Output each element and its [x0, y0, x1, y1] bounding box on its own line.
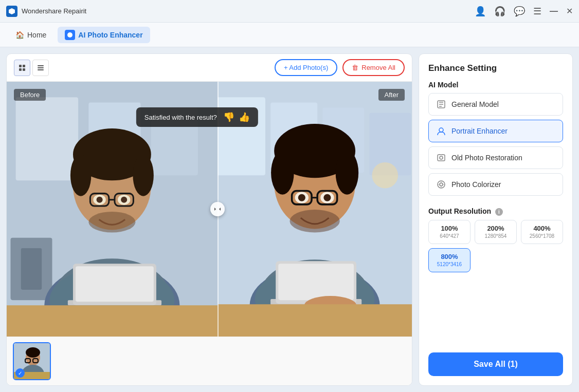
- grid-view-button[interactable]: [14, 60, 30, 76]
- model-colorizer[interactable]: Photo Colorizer: [428, 173, 563, 196]
- model-portrait-icon: [436, 126, 446, 136]
- resolution-400[interactable]: 400% 2560*1708: [521, 220, 563, 244]
- model-oldphoto[interactable]: Old Photo Restoration: [428, 146, 563, 169]
- svg-point-18: [70, 155, 91, 196]
- thumbnail-check: ✓: [15, 368, 25, 378]
- main-content: + Add Photo(s) 🗑 Remove All: [0, 47, 579, 392]
- chat-icon[interactable]: 💬: [514, 6, 525, 17]
- minimize-button[interactable]: —: [550, 7, 558, 16]
- svg-point-69: [440, 156, 443, 159]
- window-controls: 👤 🎧 💬 ☰ — ✕: [475, 6, 573, 17]
- svg-rect-3: [19, 68, 22, 71]
- save-all-button[interactable]: Save All (1): [428, 352, 563, 376]
- title-bar: Wondershare Repairit 👤 🎧 💬 ☰ — ✕: [0, 0, 579, 23]
- model-portrait-label: Portrait Enhancer: [451, 127, 508, 135]
- svg-point-27: [88, 212, 135, 232]
- resolution-grid: 100% 640*427 200% 1280*854 400% 2560*170…: [428, 220, 563, 272]
- svg-rect-4: [23, 68, 25, 71]
- ai-model-section: AI Model General Model Portra: [428, 81, 563, 200]
- settings-title: Enhance Setting: [428, 63, 563, 73]
- trash-icon: 🗑: [352, 64, 358, 71]
- svg-rect-56: [278, 264, 354, 300]
- split-handle[interactable]: [210, 202, 225, 216]
- view-toggle: [14, 60, 49, 76]
- output-resolution-label: Output Resolution i: [428, 207, 563, 216]
- app-title: Wondershare Repairit: [22, 7, 86, 15]
- headset-icon[interactable]: 🎧: [494, 6, 505, 17]
- left-panel: + Add Photo(s) 🗑 Remove All: [6, 53, 412, 386]
- before-label: Before: [14, 89, 46, 101]
- nav-bar: 🏠 Home AI Photo Enhancer: [0, 23, 579, 47]
- svg-rect-31: [76, 266, 154, 302]
- app-icon: [6, 6, 17, 17]
- svg-rect-1: [19, 65, 22, 67]
- svg-rect-6: [38, 67, 44, 68]
- user-icon[interactable]: 👤: [475, 6, 486, 17]
- satisfied-text: Satisfied with the result?: [144, 114, 217, 121]
- svg-point-26: [121, 197, 127, 203]
- thumbup-icon[interactable]: 👍: [239, 111, 250, 123]
- svg-point-52: [290, 210, 339, 233]
- thumbnail-item[interactable]: ✓: [13, 342, 51, 380]
- resolution-100[interactable]: 100% 640*427: [428, 220, 471, 244]
- output-resolution-section: Output Resolution i 100% 640*427 200% 12…: [428, 207, 563, 272]
- title-bar-left: Wondershare Repairit: [6, 6, 86, 17]
- thumbnails-row: ✓: [7, 337, 412, 385]
- svg-rect-32: [7, 305, 218, 337]
- svg-point-38: [372, 162, 398, 189]
- toolbar-actions: + Add Photo(s) 🗑 Remove All: [275, 59, 405, 76]
- svg-rect-2: [23, 65, 25, 67]
- model-general[interactable]: General Model: [428, 93, 563, 116]
- add-photos-button[interactable]: + Add Photo(s): [275, 59, 337, 76]
- svg-rect-9: [16, 97, 78, 180]
- toolbar: + Add Photo(s) 🗑 Remove All: [7, 54, 412, 82]
- ai-model-label: AI Model: [428, 81, 563, 89]
- tab-icon: [65, 30, 75, 40]
- info-icon[interactable]: i: [495, 208, 503, 216]
- svg-point-62: [26, 347, 40, 358]
- svg-rect-7: [38, 69, 44, 70]
- svg-rect-13: [21, 248, 42, 290]
- satisfied-tooltip: Satisfied with the result? 👎 👍: [136, 107, 258, 127]
- svg-point-44: [335, 151, 358, 195]
- before-after-view: Before After Satisfied with the result? …: [7, 82, 412, 337]
- rating-icons: 👎 👍: [223, 111, 250, 123]
- svg-rect-68: [438, 155, 445, 161]
- home-label: Home: [27, 31, 46, 39]
- model-colorizer-label: Photo Colorizer: [451, 180, 501, 189]
- model-general-label: General Model: [451, 100, 499, 108]
- model-oldphoto-icon: [436, 153, 446, 163]
- svg-point-25: [97, 197, 103, 203]
- model-portrait[interactable]: Portrait Enhancer: [428, 120, 563, 142]
- model-general-icon: [436, 99, 446, 109]
- svg-point-43: [271, 151, 294, 195]
- menu-icon[interactable]: ☰: [533, 6, 541, 17]
- list-view-button[interactable]: [32, 60, 49, 76]
- tab-label: AI Photo Enhancer: [78, 31, 142, 39]
- home-button[interactable]: 🏠 Home: [8, 28, 53, 42]
- model-oldphoto-label: Old Photo Restoration: [451, 154, 522, 162]
- svg-point-19: [133, 155, 153, 196]
- resolution-200[interactable]: 200% 1280*854: [475, 220, 517, 244]
- svg-point-67: [439, 128, 443, 132]
- remove-all-button[interactable]: 🗑 Remove All: [342, 59, 405, 76]
- preview-area: Before After Satisfied with the result? …: [7, 82, 412, 337]
- svg-point-0: [67, 32, 73, 38]
- resolution-800[interactable]: 800% 5120*3416: [428, 248, 471, 272]
- tab-ai-photo-enhancer[interactable]: AI Photo Enhancer: [58, 27, 150, 43]
- home-icon: 🏠: [15, 31, 24, 39]
- svg-rect-5: [38, 65, 44, 66]
- after-label: After: [378, 89, 405, 101]
- svg-point-50: [298, 194, 305, 201]
- svg-point-71: [440, 183, 443, 186]
- svg-point-51: [323, 194, 331, 201]
- model-colorizer-icon: [436, 179, 446, 190]
- right-panel: Enhance Setting AI Model General Model: [419, 53, 573, 386]
- close-button[interactable]: ✕: [566, 6, 573, 16]
- thumbdown-icon[interactable]: 👎: [223, 111, 234, 123]
- svg-rect-58: [218, 304, 412, 337]
